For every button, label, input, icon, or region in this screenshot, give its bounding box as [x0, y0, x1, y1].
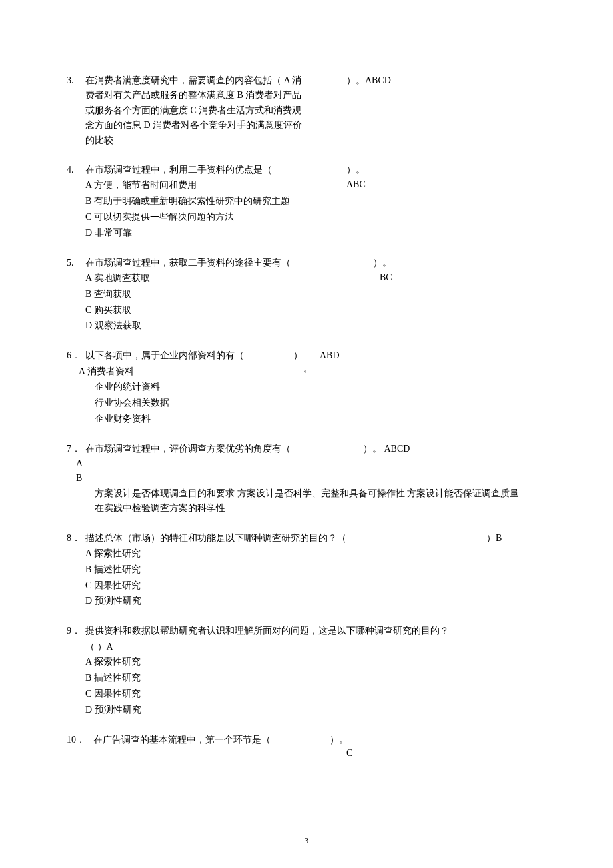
- question-text: 在消费者满意度研究中，需要调查的内容包括（ A 消费者对有关产品或服务的整体满意…: [85, 75, 302, 145]
- closing-paren: ）。: [330, 733, 348, 747]
- question-body: 描述总体（市场）的特征和功能是以下哪种调查研究的目的？（ ）B A 探索性研究 …: [85, 531, 546, 610]
- option-a: A 消费者资料: [79, 364, 546, 380]
- question-number: 3.: [67, 73, 74, 88]
- question-10: 10． 在广告调查的基本流程中，第一个环节是（ ）。 C: [67, 733, 546, 747]
- question-7: 7． 在市场调查过程中，评价调查方案优劣的角度有（ ）。 ABCD A B 方案…: [67, 442, 546, 516]
- option-line: 行业协会相关数据: [95, 395, 546, 411]
- answer-label: BC: [380, 270, 392, 285]
- closing-paren: ）: [293, 348, 303, 363]
- option-d: D 观察法获取: [85, 318, 546, 334]
- question-stem: 在市场调查过程中，获取二手资料的途径主要有（: [85, 258, 291, 268]
- question-body: 提供资料和数据以帮助研究者认识和理解所面对的问题，这是以下哪种调查研究的目的？ …: [85, 624, 546, 717]
- closing-paren: ）。: [373, 256, 392, 270]
- question-stem: 以下各项中，属于企业内部资料的有（: [85, 350, 244, 360]
- option-a: A 探索性研究: [85, 654, 546, 670]
- question-stem: 在广告调查的基本流程中，第一个环节是（: [93, 735, 271, 745]
- option-b: B 有助于明确或重新明确探索性研究中的研究主题: [85, 193, 546, 209]
- option-c: C 购买获取: [85, 302, 546, 318]
- answer-label: ）。ABCD: [346, 73, 391, 88]
- question-stem: 在市场调查过程中，评价调查方案优劣的角度有（: [85, 444, 291, 454]
- option-line: 企业财务资料: [95, 411, 546, 427]
- question-number: 8．: [67, 531, 81, 546]
- option-line: 企业的统计资料: [95, 379, 546, 395]
- question-body: 在广告调查的基本流程中，第一个环节是（: [93, 733, 546, 747]
- answer-label: ）B: [486, 531, 502, 546]
- question-number: 7．: [67, 442, 81, 456]
- answer-label: ）。 ABCD: [363, 442, 410, 456]
- option-c: C 可以切实提供一些解决问题的方法: [85, 209, 546, 225]
- question-4: 4. 在市场调查过程中，利用二手资料的优点是（ A 方便，能节省时间和费用 B …: [67, 163, 546, 241]
- option-a: A 方便，能节省时间和费用: [85, 177, 546, 193]
- question-number: 5.: [67, 256, 74, 270]
- question-6: 6． 以下各项中，属于企业内部资料的有（ ） ABD 。 A 消费者资料 企业的…: [67, 348, 546, 427]
- question-body: 在市场调查过程中，利用二手资料的优点是（ A 方便，能节省时间和费用 B 有助于…: [85, 163, 546, 241]
- option-c: C 因果性研究: [85, 578, 546, 594]
- option-c: C 因果性研究: [85, 686, 546, 702]
- option-b: B 描述性研究: [85, 670, 546, 686]
- question-number: 9．: [67, 624, 81, 638]
- question-8: 8． 描述总体（市场）的特征和功能是以下哪种调查研究的目的？（ ）B A 探索性…: [67, 531, 546, 610]
- options-block: A 消费者资料 企业的统计资料 行业协会相关数据 企业财务资料: [79, 364, 546, 427]
- answer-label: ABC: [346, 177, 366, 192]
- question-body: 在消费者满意度研究中，需要调查的内容包括（ A 消费者对有关产品或服务的整体满意…: [85, 73, 308, 148]
- question-stem: 在市场调查过程中，利用二手资料的优点是（: [85, 165, 272, 175]
- closing-paren: ）。: [346, 163, 365, 177]
- question-body: 以下各项中，属于企业内部资料的有（ ） ABD 。: [85, 348, 546, 363]
- option-text: 方案设计是否体现调查目的和要求 方案设计是否科学、完整和具备可操作性 方案设计能…: [95, 486, 526, 516]
- option-b: B 描述性研究: [85, 562, 546, 578]
- question-number: 4.: [67, 163, 74, 177]
- question-stem: 描述总体（市场）的特征和功能是以下哪种调查研究的目的？（: [85, 533, 346, 543]
- answer-line: （ ）A: [85, 639, 546, 655]
- question-9: 9． 提供资料和数据以帮助研究者认识和理解所面对的问题，这是以下哪种调查研究的目…: [67, 624, 546, 717]
- option-d: D 预测性研究: [85, 702, 546, 718]
- option-a: A 探索性研究: [85, 546, 546, 562]
- question-5: 5. 在市场调查过程中，获取二手资料的途径主要有（ A 实地调查获取 B 查询获…: [67, 256, 546, 334]
- question-body: 在市场调查过程中，获取二手资料的途径主要有（ A 实地调查获取 B 查询获取 C…: [85, 256, 546, 334]
- option-a: A 实地调查获取: [85, 270, 546, 286]
- label-a: A: [76, 456, 546, 471]
- option-d: D 预测性研究: [85, 593, 546, 609]
- label-b: B: [76, 471, 546, 486]
- question-number: 6．: [67, 348, 81, 363]
- question-body: 在市场调查过程中，评价调查方案优劣的角度有（ ）。 ABCD: [85, 442, 546, 456]
- answer-label: ABD: [320, 348, 340, 363]
- question-3: 3. 在消费者满意度研究中，需要调查的内容包括（ A 消费者对有关产品或服务的整…: [67, 73, 546, 148]
- question-number: 10．: [67, 733, 85, 747]
- page-number: 3: [0, 834, 613, 848]
- period: 。: [303, 362, 312, 376]
- answer-label: C: [346, 746, 352, 761]
- option-b: B 查询获取: [85, 286, 546, 302]
- question-stem: 提供资料和数据以帮助研究者认识和理解所面对的问题，这是以下哪种调查研究的目的？: [85, 626, 449, 636]
- option-d: D 非常可靠: [85, 225, 546, 241]
